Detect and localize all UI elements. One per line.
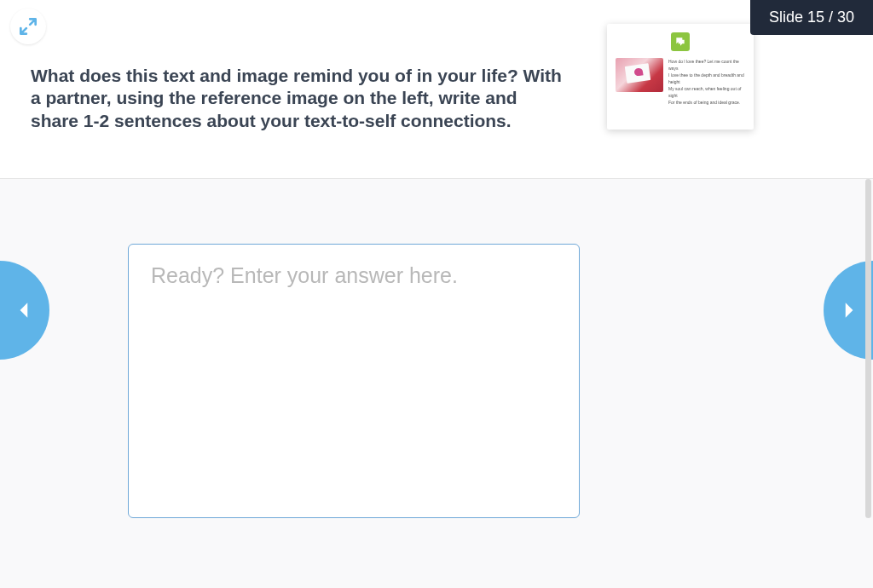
previous-slide-button[interactable] xyxy=(0,261,49,360)
preview-text: How do I love thee? Let me count the way… xyxy=(668,58,745,106)
scrollbar[interactable] xyxy=(865,179,871,518)
chevron-right-icon xyxy=(837,299,859,321)
preview-line: How do I love thee? Let me count the way… xyxy=(668,58,745,72)
prompt-text: What does this text and image remind you… xyxy=(31,65,568,132)
answer-input[interactable] xyxy=(128,244,580,518)
preview-image xyxy=(616,58,663,92)
answer-section xyxy=(0,179,873,588)
preview-line: I love thee to the depth and breadth and… xyxy=(668,72,745,85)
slide-preview-thumbnail[interactable]: How do I love thee? Let me count the way… xyxy=(607,24,754,130)
header-section: What does this text and image remind you… xyxy=(0,0,873,179)
slide-counter-badge: Slide 15 / 30 xyxy=(750,0,873,35)
expand-icon xyxy=(17,15,39,37)
chevron-left-icon xyxy=(14,299,36,321)
preview-line: My soul can reach, when feeling out of s… xyxy=(668,85,745,99)
preview-content: How do I love thee? Let me count the way… xyxy=(616,58,745,106)
preview-line: For the ends of being and ideal grace. xyxy=(668,99,745,106)
fullscreen-button[interactable] xyxy=(10,9,46,44)
chat-icon xyxy=(671,32,690,51)
